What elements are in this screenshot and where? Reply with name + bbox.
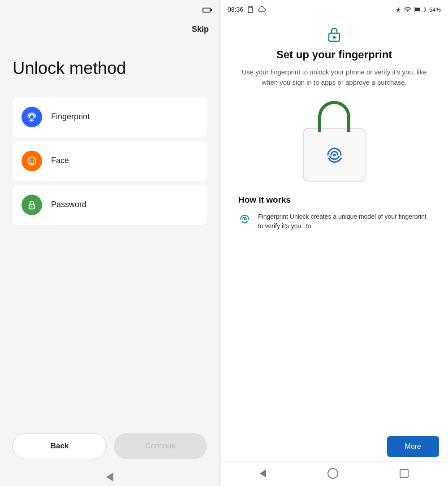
fingerprint-label: Fingerprint bbox=[51, 112, 90, 122]
svg-point-0 bbox=[30, 115, 34, 119]
right-status-bar: 08:36 54% bbox=[220, 0, 448, 17]
password-svg-icon bbox=[26, 199, 38, 211]
svg-point-13 bbox=[333, 153, 336, 156]
how-item-text: Fingerprint Unlock creates a unique mode… bbox=[258, 212, 430, 231]
how-item-1: Fingerprint Unlock creates a unique mode… bbox=[238, 212, 430, 231]
password-icon-circle bbox=[22, 195, 42, 215]
status-indicators: 54% bbox=[395, 6, 441, 13]
fingerprint-svg-icon bbox=[26, 111, 38, 123]
left-status-bar bbox=[0, 0, 220, 18]
more-button[interactable]: More bbox=[387, 436, 439, 457]
svg-point-8 bbox=[407, 12, 408, 13]
bottom-buttons: Back Continue bbox=[13, 433, 207, 459]
page-title: Unlock method bbox=[13, 58, 220, 79]
fingerprint-scan-svg bbox=[320, 140, 349, 169]
right-nav-bar bbox=[220, 462, 448, 486]
status-time: 08:36 bbox=[228, 6, 243, 13]
clipboard-icon bbox=[247, 6, 254, 13]
fingerprint-option[interactable]: Fingerprint bbox=[13, 97, 207, 137]
battery-icon bbox=[202, 8, 211, 13]
how-it-works-section: How it works Fingerprint Unlock creates … bbox=[234, 195, 435, 231]
password-label: Password bbox=[51, 200, 86, 209]
right-panel: 08:36 54% bbox=[220, 0, 448, 486]
cloud-icon bbox=[258, 6, 266, 13]
left-panel: Skip Unlock method Fingerprint bbox=[0, 0, 220, 486]
skip-button[interactable]: Skip bbox=[192, 25, 209, 34]
fingerprint-icon-circle bbox=[22, 107, 42, 127]
lock-illustration bbox=[296, 101, 372, 182]
method-list: Fingerprint Face bbox=[13, 97, 207, 228]
svg-point-2 bbox=[30, 160, 31, 161]
svg-rect-7 bbox=[249, 6, 252, 8]
face-option[interactable]: Face bbox=[13, 141, 207, 181]
nav-back-icon[interactable] bbox=[260, 469, 266, 477]
setup-description: Use your fingerprint to unlock your phon… bbox=[234, 67, 435, 87]
setup-title: Set up your fingerprint bbox=[276, 48, 392, 61]
back-button[interactable]: Back bbox=[13, 433, 107, 459]
right-bottom-bar: More bbox=[220, 431, 448, 486]
face-svg-icon bbox=[26, 155, 38, 167]
nav-home-icon[interactable] bbox=[327, 468, 338, 479]
battery-icon bbox=[414, 6, 426, 13]
wifi-icon bbox=[404, 7, 411, 12]
left-nav-bar bbox=[0, 473, 220, 482]
status-time-area: 08:36 bbox=[228, 6, 266, 13]
svg-point-5 bbox=[31, 206, 33, 207]
spark-icon bbox=[395, 6, 401, 13]
svg-rect-10 bbox=[415, 8, 420, 11]
svg-rect-12 bbox=[333, 36, 336, 39]
more-button-row: More bbox=[220, 431, 448, 462]
how-item-fingerprint-icon bbox=[238, 213, 251, 227]
lock-body bbox=[303, 128, 366, 182]
right-content-area: Set up your fingerprint Use your fingerp… bbox=[220, 17, 448, 486]
svg-point-3 bbox=[33, 160, 34, 161]
svg-point-14 bbox=[244, 218, 246, 220]
face-label: Face bbox=[51, 156, 69, 165]
continue-button: Continue bbox=[114, 433, 207, 459]
left-back-arrow-icon[interactable] bbox=[106, 473, 113, 482]
battery-percentage: 54% bbox=[429, 6, 441, 13]
lock-shackle bbox=[318, 101, 350, 132]
face-icon-circle bbox=[22, 151, 42, 171]
how-it-works-title: How it works bbox=[238, 195, 430, 205]
password-option[interactable]: Password bbox=[13, 185, 207, 225]
nav-recent-icon[interactable] bbox=[400, 469, 409, 478]
lock-small-icon bbox=[326, 26, 342, 42]
